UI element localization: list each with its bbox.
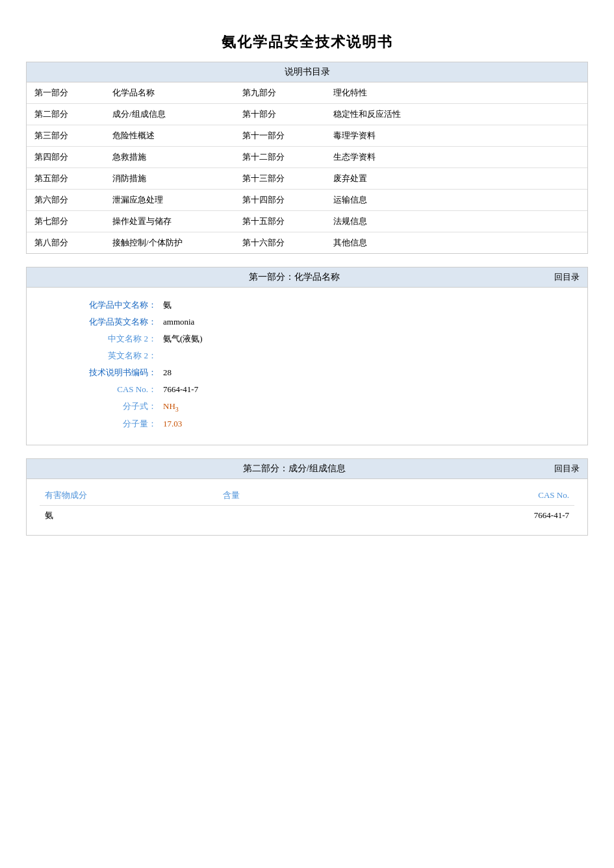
toc-row: 第二部分 成分/组成信息 第十部分 稳定性和反应活性 (27, 104, 587, 125)
th-substance: 有害物成分 (40, 486, 218, 506)
toc-row: 第六部分 泄漏应急处理 第十四部分 运输信息 (27, 190, 587, 211)
toc-right-value: 其他信息 (326, 232, 587, 254)
toc-left-label: 第二部分 (27, 104, 105, 125)
field-label-molecular-formula: 分子式： (79, 401, 163, 412)
field-label-english-name: 化学品英文名称： (79, 316, 163, 328)
hazard-table: 有害物成分 含量 CAS No. 氨 7664-41-7 (40, 486, 574, 525)
toc-left-value: 化学品名称 (105, 82, 235, 104)
toc-left-value: 泄漏应急处理 (105, 190, 235, 211)
toc-left-label: 第一部分 (27, 82, 105, 104)
th-cas: CAS No. (396, 486, 574, 506)
toc-table: 第一部分 化学品名称 第九部分 理化特性 第二部分 成分/组成信息 第十部分 稳… (27, 82, 587, 253)
field-cas-no: CAS No.： 7664-41-7 (79, 384, 574, 395)
field-label-english-name2: 英文名称 2： (79, 350, 163, 362)
td-content (218, 505, 396, 525)
field-label-chinese-name2: 中文名称 2： (79, 333, 163, 345)
toc-right-value: 稳定性和反应活性 (326, 104, 587, 125)
section2-title: 第二部分：成分/组成信息 (34, 463, 554, 475)
field-value-chinese-name2: 氨气(液氨) (163, 333, 203, 345)
section2-header: 第二部分：成分/组成信息 回目录 (26, 458, 588, 479)
toc-section: 说明书目录 第一部分 化学品名称 第九部分 理化特性 第二部分 成分/组成信息 … (26, 62, 588, 254)
section1-block: 第一部分：化学品名称 回目录 化学品中文名称： 氨 化学品英文名称： ammon… (26, 267, 588, 445)
toc-left-value: 消防措施 (105, 168, 235, 190)
toc-right-label: 第十六部分 (235, 232, 326, 254)
toc-left-label: 第八部分 (27, 232, 105, 254)
toc-row: 第七部分 操作处置与储存 第十五部分 法规信息 (27, 211, 587, 232)
toc-left-value: 危险性概述 (105, 125, 235, 147)
field-value-manual-code: 28 (163, 367, 172, 378)
field-value-english-name: ammonia (163, 317, 194, 327)
toc-row: 第四部分 急救措施 第十二部分 生态学资料 (27, 147, 587, 168)
toc-left-value: 急救措施 (105, 147, 235, 168)
field-value-chinese-name: 氨 (163, 299, 172, 311)
field-english-name: 化学品英文名称： ammonia (79, 316, 574, 328)
toc-left-label: 第六部分 (27, 190, 105, 211)
toc-right-label: 第十一部分 (235, 125, 326, 147)
section2-back-link[interactable]: 回目录 (554, 463, 580, 475)
field-label-molecular-weight: 分子量： (79, 418, 163, 430)
field-molecular-formula: 分子式： NH3 (79, 401, 574, 413)
toc-left-label: 第七部分 (27, 211, 105, 232)
td-cas: 7664-41-7 (396, 505, 574, 525)
toc-left-value: 操作处置与储存 (105, 211, 235, 232)
toc-left-label: 第五部分 (27, 168, 105, 190)
field-label-manual-code: 技术说明书编码： (79, 367, 163, 378)
field-value-molecular-weight: 17.03 (163, 419, 182, 429)
toc-left-label: 第三部分 (27, 125, 105, 147)
table-row: 氨 7664-41-7 (40, 505, 574, 525)
field-value-cas-no: 7664-41-7 (163, 384, 198, 395)
field-english-name2: 英文名称 2： (79, 350, 574, 362)
toc-left-value: 接触控制/个体防护 (105, 232, 235, 254)
field-label-cas-no: CAS No.： (79, 384, 163, 395)
toc-left-value: 成分/组成信息 (105, 104, 235, 125)
section1-content: 化学品中文名称： 氨 化学品英文名称： ammonia 中文名称 2： 氨气(液… (26, 288, 588, 445)
section1-header: 第一部分：化学品名称 回目录 (26, 267, 588, 288)
toc-right-label: 第九部分 (235, 82, 326, 104)
toc-row: 第五部分 消防措施 第十三部分 废弃处置 (27, 168, 587, 190)
section1-back-link[interactable]: 回目录 (554, 271, 580, 283)
page: 氨化学品安全技术说明书 说明书目录 第一部分 化学品名称 第九部分 理化特性 第… (0, 0, 614, 868)
field-label-chinese-name: 化学品中文名称： (79, 299, 163, 311)
toc-right-value: 生态学资料 (326, 147, 587, 168)
toc-row: 第八部分 接触控制/个体防护 第十六部分 其他信息 (27, 232, 587, 254)
toc-right-value: 毒理学资料 (326, 125, 587, 147)
section1-title: 第一部分：化学品名称 (34, 271, 554, 283)
toc-right-label: 第十部分 (235, 104, 326, 125)
field-chinese-name2: 中文名称 2： 氨气(液氨) (79, 333, 574, 345)
toc-right-value: 运输信息 (326, 190, 587, 211)
th-content: 含量 (218, 486, 396, 506)
section2-block: 第二部分：成分/组成信息 回目录 有害物成分 含量 CAS No. 氨 7664… (26, 458, 588, 536)
page-title: 氨化学品安全技术说明书 (26, 19, 588, 62)
toc-header: 说明书目录 (27, 62, 587, 82)
toc-right-label: 第十三部分 (235, 168, 326, 190)
section2-content: 有害物成分 含量 CAS No. 氨 7664-41-7 (26, 479, 588, 536)
field-manual-code: 技术说明书编码： 28 (79, 367, 574, 378)
field-molecular-weight: 分子量： 17.03 (79, 418, 574, 430)
toc-left-label: 第四部分 (27, 147, 105, 168)
td-substance: 氨 (40, 505, 218, 525)
toc-right-value: 理化特性 (326, 82, 587, 104)
toc-right-value: 废弃处置 (326, 168, 587, 190)
toc-right-label: 第十五部分 (235, 211, 326, 232)
toc-right-value: 法规信息 (326, 211, 587, 232)
toc-row: 第三部分 危险性概述 第十一部分 毒理学资料 (27, 125, 587, 147)
toc-row: 第一部分 化学品名称 第九部分 理化特性 (27, 82, 587, 104)
toc-right-label: 第十四部分 (235, 190, 326, 211)
field-chinese-name: 化学品中文名称： 氨 (79, 299, 574, 311)
toc-right-label: 第十二部分 (235, 147, 326, 168)
field-value-molecular-formula: NH3 (163, 401, 179, 413)
